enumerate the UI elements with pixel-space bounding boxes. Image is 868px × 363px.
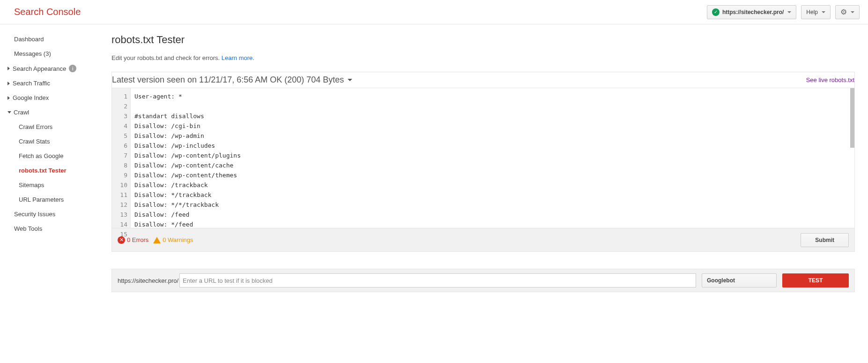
- user-agent-label: Googlebot: [707, 277, 735, 284]
- caret-down-icon[interactable]: [348, 79, 352, 81]
- sidebar-item-search-appearance[interactable]: Search Appearancei: [4, 61, 98, 76]
- warnings-count: 0 Warnings: [163, 236, 193, 243]
- check-icon: ✓: [712, 8, 720, 16]
- help-button[interactable]: Help: [801, 5, 831, 19]
- url-prefix: https://sitechecker.pro/: [118, 277, 178, 284]
- sidebar-item-security[interactable]: Security Issues: [4, 207, 98, 221]
- help-label: Help: [806, 9, 818, 15]
- main-content: robots.txt Tester Edit your robots.txt a…: [98, 24, 868, 302]
- sidebar-item-messages[interactable]: Messages (3): [4, 46, 98, 61]
- top-bar: Search Console ✓ https://sitechecker.pro…: [0, 0, 868, 24]
- caret-down-icon: [822, 11, 825, 13]
- sidebar-item-robots-tester[interactable]: robots.txt Tester: [4, 163, 98, 178]
- user-agent-select[interactable]: Googlebot: [702, 273, 777, 287]
- url-input[interactable]: [179, 273, 696, 287]
- settings-button[interactable]: ⚙: [835, 5, 860, 19]
- sidebar-item-url-parameters[interactable]: URL Parameters: [4, 192, 98, 207]
- property-selector[interactable]: ✓ https://sitechecker.pro/: [707, 5, 796, 19]
- code-area[interactable]: User-agent: * #standart disallowsDisallo…: [131, 88, 854, 228]
- chevron-right-icon: [7, 82, 10, 85]
- sidebar-item-search-traffic[interactable]: Search Traffic: [4, 76, 98, 91]
- errors-count: 0 Errors: [127, 236, 148, 243]
- chevron-down-icon: [7, 111, 11, 113]
- caret-down-icon: [787, 11, 791, 13]
- sidebar-item-web-tools[interactable]: Web Tools: [4, 221, 98, 236]
- sidebar-item-crawl-errors[interactable]: Crawl Errors: [4, 120, 98, 134]
- sidebar-item-sitemaps[interactable]: Sitemaps: [4, 178, 98, 192]
- brand-title: Search Console: [14, 7, 81, 17]
- status-bar: ✕ 0 Errors 0 Warnings Submit: [111, 228, 855, 252]
- page-title: robots.txt Tester: [111, 34, 855, 46]
- version-label: Latest version seen on 11/21/17, 6:56 AM…: [112, 75, 344, 85]
- learn-more-link[interactable]: Learn more.: [222, 54, 254, 61]
- sidebar-item-crawl-stats[interactable]: Crawl Stats: [4, 134, 98, 149]
- caret-down-icon: [851, 11, 854, 13]
- sidebar-item-crawl[interactable]: Crawl: [4, 105, 98, 120]
- line-gutter: 123456789101112131415: [112, 88, 131, 228]
- robots-editor[interactable]: 123456789101112131415 User-agent: * #sta…: [111, 88, 855, 228]
- submit-button[interactable]: Submit: [801, 233, 849, 247]
- chevron-right-icon: [7, 96, 10, 100]
- intro-text: Edit your robots.txt and check for error…: [111, 54, 855, 61]
- gear-icon: ⚙: [840, 8, 847, 16]
- sidebar-item-dashboard[interactable]: Dashboard: [4, 32, 98, 46]
- sidebar-item-google-index[interactable]: Google Index: [4, 91, 98, 105]
- scrollbar[interactable]: [850, 88, 854, 148]
- see-live-link[interactable]: See live robots.txt: [806, 76, 854, 83]
- sidebar-item-fetch-as-google[interactable]: Fetch as Google: [4, 149, 98, 163]
- sidebar: Dashboard Messages (3) Search Appearance…: [0, 24, 98, 302]
- version-bar: Latest version seen on 11/21/17, 6:56 AM…: [111, 72, 855, 88]
- test-button[interactable]: TEST: [782, 273, 849, 287]
- warning-icon: [153, 237, 161, 243]
- chevron-right-icon: [7, 67, 10, 70]
- info-icon: i: [69, 65, 76, 72]
- property-label: https://sitechecker.pro/: [722, 9, 784, 15]
- url-test-bar: https://sitechecker.pro/ Googlebot TEST: [111, 269, 855, 292]
